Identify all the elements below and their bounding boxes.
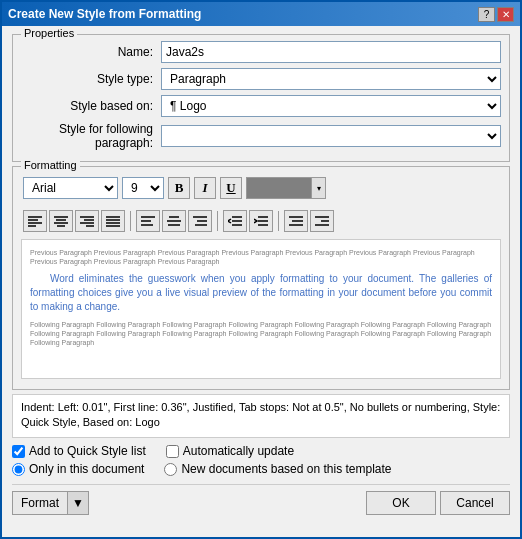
preview-next-para: Following Paragraph Following Paragraph …	[30, 320, 492, 347]
dialog-body: Properties Name: Style type: Paragraph C…	[2, 26, 520, 523]
align-left2-button[interactable]	[136, 210, 160, 232]
auto-update-label[interactable]: Automatically update	[166, 444, 294, 458]
underline-button[interactable]: U	[220, 177, 242, 199]
style-based-label: Style based on:	[21, 99, 161, 113]
align-separator-2	[217, 211, 218, 231]
options-row-1: Add to Quick Style list Automatically up…	[12, 444, 510, 458]
align-separator-1	[130, 211, 131, 231]
new-docs-radio[interactable]	[164, 463, 177, 476]
style-type-row: Style type: Paragraph Character Table Li…	[21, 68, 501, 90]
font-row: Arial Times New Roman Calibri 9 8 10 11 …	[21, 173, 501, 203]
list-decrease-indent-button[interactable]	[223, 210, 247, 232]
style-following-wrapper	[161, 125, 501, 147]
title-bar: Create New Style from Formatting ? ✕	[2, 2, 520, 26]
italic-button[interactable]: I	[194, 177, 216, 199]
add-quick-style-checkbox[interactable]	[12, 445, 25, 458]
title-bar-buttons: ? ✕	[478, 7, 514, 22]
preview-main-text: Word eliminates the guesswork when you a…	[30, 272, 492, 314]
format-button-text: Format	[13, 496, 67, 510]
cancel-button[interactable]: Cancel	[440, 491, 510, 515]
format-dropdown-button[interactable]: Format ▼	[12, 491, 89, 515]
bottom-buttons: Format ▼ OK Cancel	[12, 484, 510, 515]
style-type-label: Style type:	[21, 72, 161, 86]
dialog-title: Create New Style from Formatting	[8, 7, 201, 21]
new-docs-text: New documents based on this template	[181, 462, 391, 476]
align-justify-button[interactable]	[101, 210, 125, 232]
color-dropdown-arrow[interactable]: ▾	[311, 178, 325, 198]
style-based-select[interactable]: ¶ Logo ¶ Normal ¶ Default	[161, 95, 501, 117]
align-left-button[interactable]	[23, 210, 47, 232]
properties-group: Properties Name: Style type: Paragraph C…	[12, 34, 510, 162]
properties-legend: Properties	[21, 27, 77, 39]
auto-update-text: Automatically update	[183, 444, 294, 458]
new-docs-label[interactable]: New documents based on this template	[164, 462, 391, 476]
preview-box: Previous Paragraph Previous Paragraph Pr…	[21, 239, 501, 379]
align-right-button[interactable]	[75, 210, 99, 232]
help-button[interactable]: ?	[478, 7, 495, 22]
dialog: Create New Style from Formatting ? ✕ Pro…	[0, 0, 522, 539]
options-section: Add to Quick Style list Automatically up…	[12, 444, 510, 476]
name-row: Name:	[21, 41, 501, 63]
auto-update-checkbox[interactable]	[166, 445, 179, 458]
close-button[interactable]: ✕	[497, 7, 514, 22]
bold-button[interactable]: B	[168, 177, 190, 199]
preview-prev-para: Previous Paragraph Previous Paragraph Pr…	[30, 248, 492, 266]
align-center-button[interactable]	[49, 210, 73, 232]
add-quick-style-text: Add to Quick Style list	[29, 444, 146, 458]
style-following-select[interactable]	[161, 125, 501, 147]
font-size-select[interactable]: 9 8 10 11 12	[122, 177, 164, 199]
align-center2-button[interactable]	[162, 210, 186, 232]
font-select[interactable]: Arial Times New Roman Calibri	[23, 177, 118, 199]
style-following-row: Style for following paragraph:	[21, 122, 501, 150]
format-dropdown-arrow[interactable]: ▼	[67, 492, 88, 514]
btn-group-right: OK Cancel	[358, 491, 510, 515]
color-swatch-wrapper: ▾	[246, 177, 326, 199]
description-text: Indent: Left: 0.01", First line: 0.36", …	[21, 401, 500, 428]
style-following-label: Style for following paragraph:	[21, 122, 161, 150]
font-color-swatch[interactable]: ▾	[246, 177, 326, 199]
only-in-doc-radio[interactable]	[12, 463, 25, 476]
style-based-wrapper: ¶ Logo ¶ Normal ¶ Default	[161, 95, 501, 117]
formatting-group: Formatting Arial Times New Roman Calibri…	[12, 166, 510, 390]
description-box: Indent: Left: 0.01", First line: 0.36", …	[12, 394, 510, 438]
style-type-wrapper: Paragraph Character Table List	[161, 68, 501, 90]
name-input[interactable]	[161, 41, 501, 63]
align-separator-3	[278, 211, 279, 231]
list-increase-indent-button[interactable]	[249, 210, 273, 232]
only-in-doc-text: Only in this document	[29, 462, 144, 476]
decrease-indent-button[interactable]	[284, 210, 308, 232]
align-right2-button[interactable]	[188, 210, 212, 232]
style-type-select[interactable]: Paragraph Character Table List	[161, 68, 501, 90]
only-in-doc-label[interactable]: Only in this document	[12, 462, 144, 476]
increase-indent-button[interactable]	[310, 210, 334, 232]
add-quick-style-label[interactable]: Add to Quick Style list	[12, 444, 146, 458]
style-based-row: Style based on: ¶ Logo ¶ Normal ¶ Defaul…	[21, 95, 501, 117]
name-label: Name:	[21, 45, 161, 59]
ok-button[interactable]: OK	[366, 491, 436, 515]
alignment-row	[21, 208, 501, 234]
formatting-legend: Formatting	[21, 159, 80, 171]
options-row-2: Only in this document New documents base…	[12, 462, 510, 476]
